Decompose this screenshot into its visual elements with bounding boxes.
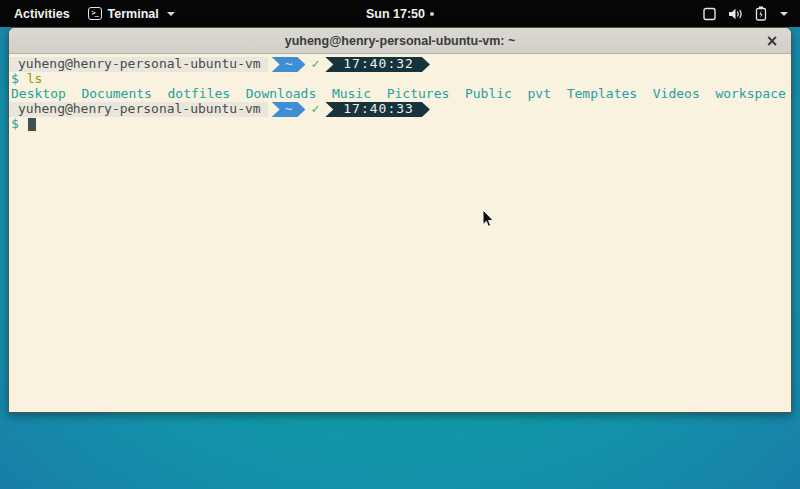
command-line: $ ls	[9, 72, 791, 87]
prompt-line: yuheng@henry-personal-ubuntu-vm ~ ✓ 17:4…	[9, 57, 791, 72]
chevron-down-icon	[780, 12, 788, 16]
notification-dot-icon	[430, 12, 434, 16]
terminal-icon: >_	[88, 7, 102, 20]
chevron-down-icon	[167, 12, 175, 16]
directory-name: pvt	[528, 87, 551, 102]
directory-name: Documents	[81, 87, 151, 102]
prompt-line: yuheng@henry-personal-ubuntu-vm ~ ✓ 17:4…	[9, 102, 791, 117]
prompt-time-segment: 17:40:32	[325, 57, 430, 72]
close-button[interactable]: ×	[761, 28, 783, 54]
directory-name: dotfiles	[168, 87, 231, 102]
window-title: yuheng@henry-personal-ubuntu-vm: ~	[285, 34, 516, 48]
prompt-time-segment: 17:40:33	[325, 102, 430, 117]
prompt-status-check: ✓	[305, 102, 325, 117]
ls-output-line: Desktop Documents dotfiles Downloads Mus…	[9, 87, 791, 102]
input-line[interactable]: $	[9, 117, 791, 132]
prompt-dollar: $	[11, 72, 19, 87]
terminal-content[interactable]: yuheng@henry-personal-ubuntu-vm ~ ✓ 17:4…	[9, 54, 791, 412]
prompt-directory-segment: ~	[272, 102, 306, 117]
text-cursor	[28, 118, 36, 131]
directory-name: Videos	[653, 87, 700, 102]
window-titlebar[interactable]: yuheng@henry-personal-ubuntu-vm: ~ ×	[9, 28, 791, 54]
directory-name: Music	[332, 87, 371, 102]
activities-button[interactable]: Activities	[14, 7, 70, 21]
prompt-directory-segment: ~	[272, 57, 306, 72]
prompt-user-segment: yuheng@henry-personal-ubuntu-vm	[9, 57, 268, 72]
system-status-area[interactable]	[702, 6, 800, 21]
prompt-dollar: $	[11, 117, 19, 132]
display-icon	[702, 7, 717, 21]
directory-name: Public	[465, 87, 512, 102]
terminal-window: yuheng@henry-personal-ubuntu-vm: ~ × yuh…	[8, 27, 792, 413]
directory-name: Downloads	[246, 87, 316, 102]
directory-name: Pictures	[387, 87, 450, 102]
prompt-status-check: ✓	[305, 57, 325, 72]
clock[interactable]: Sun 17:50	[366, 7, 425, 21]
battery-charging-icon	[755, 6, 767, 21]
app-menu-label: Terminal	[108, 7, 159, 21]
volume-icon	[728, 7, 744, 21]
directory-name: workspace	[715, 87, 785, 102]
directory-name: Templates	[567, 87, 637, 102]
directory-name: Desktop	[11, 87, 66, 102]
prompt-user-segment: yuheng@henry-personal-ubuntu-vm	[9, 102, 268, 117]
command-text: ls	[27, 72, 43, 87]
top-bar: Activities >_ Terminal Sun 17:50	[0, 0, 800, 27]
app-menu-terminal[interactable]: >_ Terminal	[88, 7, 175, 21]
